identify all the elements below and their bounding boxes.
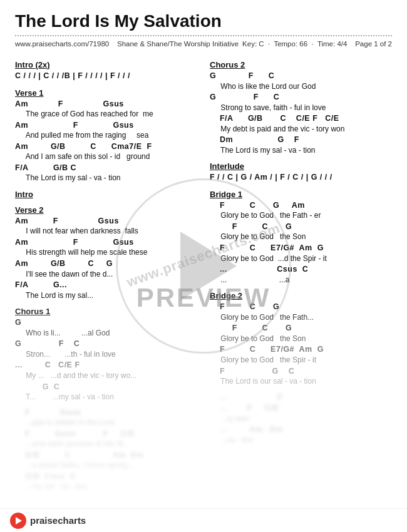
chord-v1-4: F/A G/B C (15, 163, 197, 174)
artist: Shane & Shane/The Worship Initiative (117, 40, 239, 48)
lyric-c2-3: My debt is paid and the vic - tory won (210, 125, 392, 135)
chord-v2-3: Am G/B C G (15, 258, 197, 270)
section-title-interlude: Interlude (210, 161, 392, 171)
section-chorus2: Chorus 2 G F C Who is like the Lord our … (210, 60, 392, 155)
lyric-v1-2: And pulled me from the raging sea (15, 131, 197, 141)
lyric-v2-1: I will not fear when darkness falls (15, 227, 197, 237)
lyric-b1-1: Glory be to God the Fath - er (210, 211, 392, 221)
lyric-v1-1: The grace of God has reached for me (15, 110, 197, 120)
meta-right: Key: C · Tempo: 66 · Time: 4/4 Page 1 of… (242, 40, 392, 48)
chord-v1-1: Am F Gsus (15, 99, 197, 110)
section-title-verse1: Verse 1 (15, 88, 197, 98)
section-title-chorus2: Chorus 2 (210, 60, 392, 69)
footer-play-icon (16, 517, 22, 524)
meta-row: www.praisecharts.com/71980 Shane & Shane… (15, 40, 392, 48)
section-intro2: Intro (15, 190, 197, 199)
url: www.praisecharts.com/71980 (15, 40, 109, 48)
section-title-intro: Intro (2x) (15, 60, 197, 69)
page-title: The Lord Is My Salvation (15, 11, 392, 31)
section-intro: Intro (2x) C / / / | C / / /B | F / / / … (15, 60, 197, 82)
lyric-c2-1: Who is like the Lord our God (210, 82, 392, 92)
lyric-b1-4: ... ...a (210, 275, 392, 285)
lyric-c2-2: Strong to save, faith - ful in love (210, 103, 392, 113)
chord-c2-2: G F C (210, 92, 392, 103)
footer-brand: praisecharts (30, 515, 86, 526)
chord-c2-4: Dm G F (210, 135, 392, 146)
chord-v2-4: F/A G... (15, 280, 197, 291)
chord-v2-2: Am F Gsus (15, 237, 197, 248)
chord-v1-3: Am G/B C Cma7/E F (15, 141, 197, 153)
tempo: Tempo: 66 (274, 40, 307, 48)
lyric-b1-3: Glory be to God ...d the Spir - it (210, 254, 392, 264)
chord-c2-1: G F C (210, 71, 392, 82)
chord-v1-2: Am F Gsus (15, 120, 197, 131)
section-interlude: Interlude F / / C | G / Am / | F / C / |… (210, 161, 392, 183)
lyric-b1-2: Glory be to God the Son (210, 232, 392, 242)
section-title-verse2: Verse 2 (15, 205, 197, 215)
lyric-c2-4: The Lord is my sal - va - tion (210, 146, 392, 156)
chord-c2-3: F/A G/B C C/E F C/E (210, 113, 392, 125)
page-info: Page 1 of 2 (355, 40, 392, 48)
fade-overlay (0, 294, 407, 507)
chord-v2-1: Am F Gsus (15, 216, 197, 227)
chord-b1-1: F C G Am (210, 200, 392, 212)
key: Key: C (242, 40, 264, 48)
chord-intro: C / / / | C / / /B | F / / / / | F / / / (15, 71, 197, 82)
lyric-v2-2: His strength will help me scale these (15, 248, 197, 258)
chord-interlude: F / / C | G / Am / | F / C / | G / / / (210, 172, 392, 183)
lyric-v2-3: I'll see the dawn of the d... (15, 270, 197, 280)
section-verse1: Verse 1 Am F Gsus The grace of God has r… (15, 88, 197, 183)
footer: praisecharts (0, 508, 407, 532)
section-verse2: Verse 2 Am F Gsus I will not fear when d… (15, 205, 197, 300)
footer-logo[interactable] (10, 513, 26, 529)
time-sig: Time: 4/4 (317, 40, 348, 48)
section-title-intro2: Intro (15, 190, 197, 199)
lyric-v1-3: And I am safe on this sol - id ground (15, 152, 197, 162)
lyric-v1-4: The Lord is my sal - va - tion (15, 173, 197, 183)
meta-left: www.praisecharts.com/71980 Shane & Shane… (15, 40, 239, 48)
chord-b1-2: F C G (210, 222, 392, 233)
chord-b1-4: ... Csus C (210, 264, 392, 275)
section-title-bridge1: Bridge 1 (210, 190, 392, 199)
chord-b1-3: F C E7/G# Am G (210, 243, 392, 254)
title-divider (15, 35, 392, 36)
section-bridge1: Bridge 1 F C G Am Glory be to God the Fa… (210, 190, 392, 285)
